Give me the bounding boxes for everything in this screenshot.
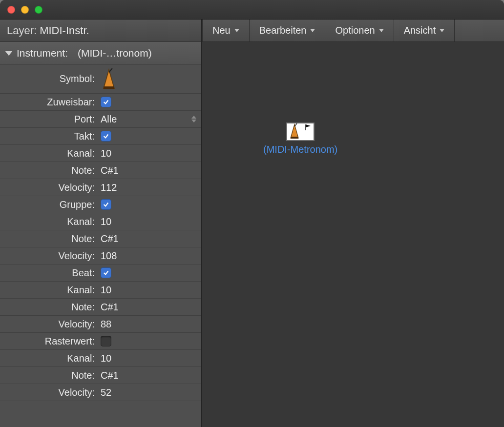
- svg-rect-4: [291, 137, 298, 139]
- param-port[interactable]: Port: Alle: [0, 111, 201, 128]
- param-takt[interactable]: Takt:: [0, 128, 201, 145]
- svg-marker-3: [291, 124, 298, 138]
- svg-marker-0: [104, 69, 114, 88]
- parameter-list: Symbol: Zuweisbar:: [0, 64, 201, 427]
- zoom-window-button[interactable]: [35, 6, 42, 14]
- object-icon-box: [286, 122, 315, 141]
- app-window: Layer: MIDI-Instr. Instrument: (MIDI-…tr…: [0, 0, 504, 427]
- param-takt-velocity[interactable]: Velocity:112: [0, 179, 201, 196]
- param-takt-note[interactable]: Note:C#1: [0, 162, 201, 179]
- param-beat-kanal[interactable]: Kanal:10: [0, 282, 201, 299]
- param-gruppe-note[interactable]: Note:C#1: [0, 230, 201, 247]
- flag-icon: [305, 124, 312, 130]
- param-rasterwert-velocity[interactable]: Velocity:52: [0, 384, 201, 401]
- instrument-name: (MIDI-…tronom): [78, 47, 152, 59]
- label-takt: Takt:: [0, 131, 98, 142]
- layer-prefix: Layer:: [7, 24, 37, 37]
- instrument-header[interactable]: Instrument: (MIDI-…tronom): [0, 42, 201, 64]
- svg-rect-1: [104, 86, 114, 89]
- value-port: Alle: [101, 114, 117, 125]
- dropdown-caret-icon[interactable]: [191, 116, 196, 122]
- param-beat[interactable]: Beat:: [0, 264, 201, 282]
- param-takt-kanal[interactable]: Kanal:10: [0, 145, 201, 162]
- param-gruppe-kanal[interactable]: Kanal:10: [0, 213, 201, 230]
- param-rasterwert-note[interactable]: Note:C#1: [0, 367, 201, 384]
- param-gruppe[interactable]: Gruppe:: [0, 196, 201, 213]
- param-beat-note[interactable]: Note:C#1: [0, 299, 201, 316]
- canvas-toolbar: Neu Bearbeiten Optionen Ansicht: [202, 20, 504, 42]
- canvas-area[interactable]: (MIDI-Metronom): [202, 42, 504, 427]
- param-rasterwert[interactable]: Rasterwert:: [0, 333, 201, 350]
- param-symbol[interactable]: Symbol:: [0, 64, 201, 94]
- metronome-icon: [288, 123, 301, 139]
- param-rasterwert-kanal[interactable]: Kanal:10: [0, 350, 201, 367]
- instrument-prefix: Instrument:: [17, 47, 68, 59]
- window-controls: [7, 6, 42, 14]
- chevron-down-icon: [234, 29, 239, 32]
- svg-marker-7: [306, 124, 311, 127]
- checkbox-takt[interactable]: [101, 131, 111, 142]
- menu-neu[interactable]: Neu: [202, 20, 250, 41]
- environment-object-metronome[interactable]: (MIDI-Metronom): [263, 122, 337, 155]
- menu-ansicht[interactable]: Ansicht: [394, 20, 455, 41]
- chevron-down-icon: [440, 29, 444, 32]
- object-label: (MIDI-Metronom): [263, 144, 337, 155]
- layer-name: MIDI-Instr.: [40, 24, 89, 37]
- checkbox-zuweisbar[interactable]: [101, 97, 111, 107]
- checkbox-gruppe[interactable]: [101, 199, 111, 210]
- minimize-window-button[interactable]: [21, 6, 29, 14]
- chevron-down-icon: [310, 29, 315, 32]
- menu-optionen[interactable]: Optionen: [325, 20, 394, 41]
- chevron-down-icon: [379, 29, 384, 32]
- param-beat-velocity[interactable]: Velocity:88: [0, 316, 201, 333]
- checkbox-beat[interactable]: [101, 267, 111, 278]
- metronome-icon: [101, 68, 117, 90]
- menu-bearbeiten[interactable]: Bearbeiten: [250, 20, 326, 41]
- label-symbol: Symbol:: [0, 73, 98, 84]
- environment-canvas: Neu Bearbeiten Optionen Ansicht: [202, 20, 504, 427]
- label-port: Port:: [0, 114, 98, 125]
- param-gruppe-velocity[interactable]: Velocity:108: [0, 247, 201, 264]
- titlebar: [0, 0, 504, 20]
- checkbox-rasterwert[interactable]: [101, 336, 111, 346]
- disclosure-triangle-icon[interactable]: [5, 51, 13, 56]
- label-zuweisbar: Zuweisbar:: [0, 97, 98, 108]
- param-zuweisbar[interactable]: Zuweisbar:: [0, 94, 201, 111]
- close-window-button[interactable]: [7, 6, 15, 14]
- layer-header[interactable]: Layer: MIDI-Instr.: [0, 20, 201, 42]
- inspector-sidebar: Layer: MIDI-Instr. Instrument: (MIDI-…tr…: [0, 20, 202, 427]
